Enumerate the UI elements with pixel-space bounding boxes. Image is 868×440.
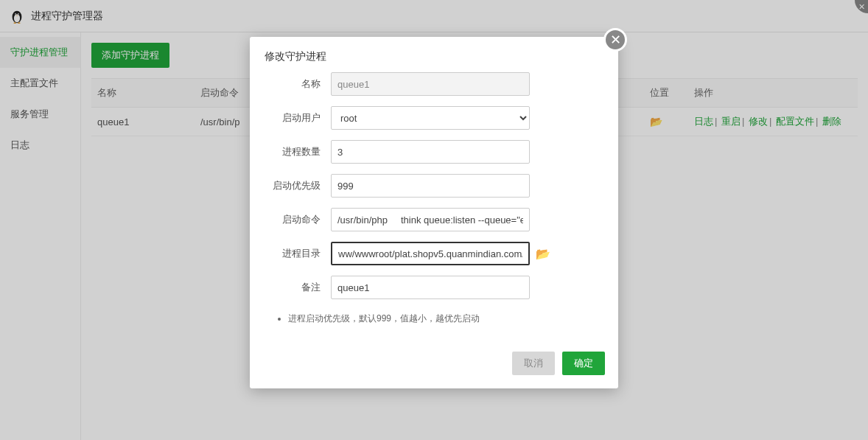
notes: 进程启动优先级，默认999，值越小，越优先启动 (265, 310, 603, 337)
label-name: 名称 (265, 77, 331, 91)
browse-folder-icon[interactable]: 📂 (536, 247, 550, 261)
cmd-input[interactable] (331, 208, 530, 231)
edit-process-modal: ✕ 修改守护进程 名称 启动用户 root 进程数量 启动优先级 (250, 37, 618, 388)
remark-input[interactable] (331, 276, 530, 299)
label-cmd: 启动命令 (265, 213, 331, 226)
modal-overlay[interactable]: ✕ 修改守护进程 名称 启动用户 root 进程数量 启动优先级 (0, 0, 868, 440)
modal-title: 修改守护进程 (250, 37, 618, 72)
label-user: 启动用户 (265, 111, 331, 125)
priority-input[interactable] (331, 174, 530, 198)
note-item: 进程启动优先级，默认999，值越小，越优先启动 (288, 312, 603, 325)
dir-input[interactable] (331, 242, 530, 265)
label-dir: 进程目录 (265, 247, 331, 260)
user-select[interactable]: root (331, 106, 530, 130)
close-icon: ✕ (610, 32, 621, 48)
modal-footer: 取消 确定 (250, 344, 618, 388)
count-input[interactable] (331, 140, 530, 164)
label-count: 进程数量 (265, 145, 331, 158)
modal-close-button[interactable]: ✕ (603, 28, 627, 52)
label-priority: 启动优先级 (265, 179, 331, 192)
label-remark: 备注 (265, 281, 331, 294)
name-input[interactable] (331, 72, 530, 96)
form: 名称 启动用户 root 进程数量 启动优先级 启动命令 (250, 72, 618, 344)
cancel-button[interactable]: 取消 (512, 352, 555, 375)
confirm-button[interactable]: 确定 (562, 352, 605, 375)
